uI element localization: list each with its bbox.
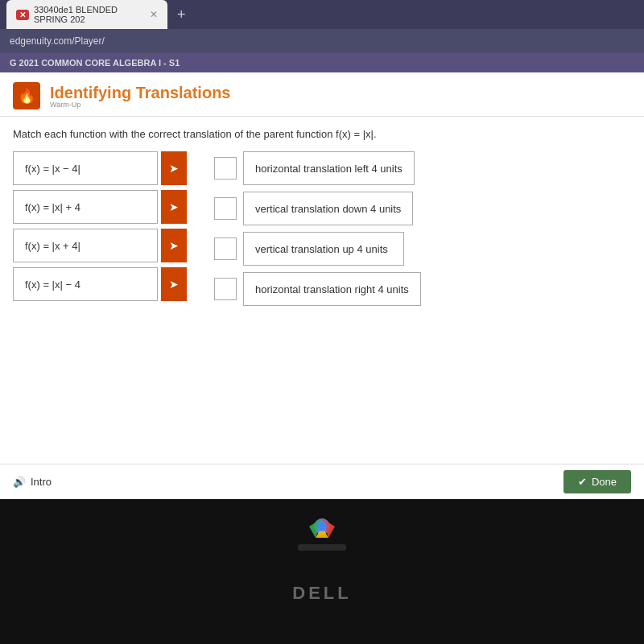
tab-x-icon: ✕ <box>16 10 29 20</box>
answer-label-1: horizontal translation left 4 units <box>255 163 402 175</box>
answer-row-3: vertical translation up 4 units <box>214 232 421 266</box>
answer-checkbox-2[interactable] <box>214 197 237 220</box>
answer-row-2: vertical translation down 4 units <box>214 192 421 225</box>
answer-checkbox-4[interactable] <box>214 278 237 300</box>
url-text: edgenuity.com/Player/ <box>10 35 105 47</box>
answer-label-3: vertical translation up 4 units <box>255 243 388 255</box>
svg-point-2 <box>317 522 327 531</box>
done-check-icon: ✔ <box>578 476 587 488</box>
done-button[interactable]: ✔ Done <box>564 470 631 493</box>
flame-icon: 🔥 <box>13 82 40 109</box>
tab-close-icon[interactable]: ✕ <box>150 9 158 20</box>
answer-checkbox-1[interactable] <box>214 157 237 180</box>
function-text-3: f(x) = |x + 4| <box>25 240 80 252</box>
answer-text-4: horizontal translation right 4 units <box>243 272 421 306</box>
answer-text-2: vertical translation down 4 units <box>243 192 413 225</box>
answer-label-2: vertical translation down 4 units <box>255 203 401 215</box>
address-bar: edgenuity.com/Player/ <box>0 29 644 53</box>
tab-label: 33040de1 BLENDED SPRING 202 <box>34 5 145 24</box>
function-text-2: f(x) = |x| + 4 <box>25 201 80 213</box>
arrow-button-1[interactable]: ➤ <box>161 151 187 185</box>
answer-label-4: horizontal translation right 4 units <box>255 283 409 295</box>
arrows-column: ➤ ➤ ➤ ➤ <box>158 151 190 301</box>
intro-label: Intro <box>31 476 52 488</box>
function-box-1: f(x) = |x − 4| <box>13 151 158 185</box>
chrome-logo-icon <box>308 512 336 541</box>
function-text-4: f(x) = |x| − 4 <box>25 279 80 291</box>
answer-row-4: horizontal translation right 4 units <box>214 272 421 306</box>
course-header: G 2021 COMMON CORE ALGEBRA I - S1 <box>0 53 644 72</box>
answer-checkbox-3[interactable] <box>214 237 237 260</box>
activity-title-group: Identifying Translations Warm-Up <box>50 84 230 109</box>
arrow-button-2[interactable]: ➤ <box>161 190 187 224</box>
add-tab-button[interactable]: + <box>172 6 191 23</box>
arrow-button-4[interactable]: ➤ <box>161 267 187 301</box>
matching-container: f(x) = |x − 4| f(x) = |x| + 4 f(x) = |x … <box>13 151 631 306</box>
laptop-connector <box>298 544 346 551</box>
answers-column: horizontal translation left 4 units vert… <box>214 151 421 306</box>
instructions-text: Match each function with the correct tra… <box>13 128 631 140</box>
activity-body: Match each function with the correct tra… <box>0 117 644 464</box>
done-label: Done <box>592 476 617 488</box>
intro-icon: 🔊 <box>13 476 26 488</box>
browser-chrome: ✕ 33040de1 BLENDED SPRING 202 ✕ + <box>0 0 644 29</box>
activity-title: Identifying Translations <box>50 84 230 102</box>
browser-tab[interactable]: ✕ 33040de1 BLENDED SPRING 202 ✕ <box>6 0 167 29</box>
function-box-4: f(x) = |x| − 4 <box>13 267 158 301</box>
intro-button[interactable]: 🔊 Intro <box>13 476 52 488</box>
course-label: G 2021 COMMON CORE ALGEBRA I - S1 <box>10 58 180 68</box>
function-box-2: f(x) = |x| + 4 <box>13 190 158 224</box>
functions-column: f(x) = |x − 4| f(x) = |x| + 4 f(x) = |x … <box>13 151 158 301</box>
activity-header: 🔥 Identifying Translations Warm-Up <box>0 72 644 117</box>
answer-row-1: horizontal translation left 4 units <box>214 151 421 185</box>
answer-text-1: horizontal translation left 4 units <box>243 151 415 185</box>
function-box-3: f(x) = |x + 4| <box>13 229 158 262</box>
function-text-1: f(x) = |x − 4| <box>25 163 80 175</box>
arrow-button-3[interactable]: ➤ <box>161 229 187 262</box>
footer: 🔊 Intro ✔ Done <box>0 464 644 499</box>
dell-logo: DELL <box>292 583 351 604</box>
answer-text-3: vertical translation up 4 units <box>243 232 404 266</box>
laptop-bezel: DELL <box>0 499 644 644</box>
main-content: 🔥 Identifying Translations Warm-Up Match… <box>0 72 644 499</box>
